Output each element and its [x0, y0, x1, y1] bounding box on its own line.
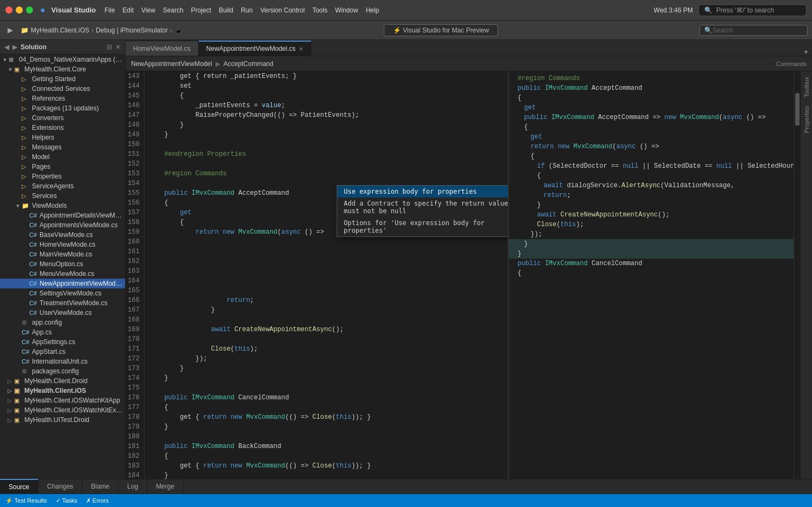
sidebar-nav-forward[interactable]: ▶ — [12, 43, 17, 51]
tree-node-pkgconfig[interactable]: ⚙ packages.config — [0, 366, 125, 376]
table-row: public IMvxCommand CancelCommand — [509, 259, 800, 268]
tree-node-pages[interactable]: ▷ Pages — [0, 162, 125, 172]
tree-node-appconfig[interactable]: ⚙ app.config — [0, 318, 125, 327]
bottom-tab-changes[interactable]: Changes — [38, 479, 82, 494]
tree-node-core[interactable]: ▼ ▣ MyHealth.Client.Core — [0, 64, 125, 74]
config-name[interactable]: Debug | iPhoneSimulator — [96, 27, 168, 34]
global-search[interactable]: 🔍 Press '⌘/' to search — [698, 4, 807, 16]
tree-node-viewmodels[interactable]: ▼ 📁 ViewModels — [0, 201, 125, 210]
menu-file[interactable]: File — [104, 6, 115, 14]
tree-node-file-7[interactable]: C# MenuViewMode.cs — [0, 269, 125, 279]
tree-node-droid[interactable]: ▷ ▣ MyHealth.Client.Droid — [0, 376, 125, 386]
autocomplete-item-1[interactable]: Use expression body for properties — [337, 186, 508, 197]
scrollbar-thumb[interactable] — [795, 93, 800, 126]
tree-node-getting-started[interactable]: ▷ Getting Started — [0, 74, 125, 84]
status-item-2[interactable]: ✓ Tasks — [56, 497, 77, 504]
tree-node-ios[interactable]: ▷ ▣ MyHealth.Client.iOS — [0, 386, 125, 396]
close-button[interactable] — [5, 6, 12, 14]
table-row: 174 } — [126, 373, 508, 383]
tree-node-file-2[interactable]: C# AppointmentsViewMode.cs — [0, 220, 125, 230]
left-editor-scroll[interactable]: 143 get { return _patientEvents; } 144 s… — [126, 71, 508, 479]
menu-help[interactable]: Help — [366, 6, 379, 14]
tree-node-uitest[interactable]: ▷ ▣ MyHealth.UITest.Droid — [0, 415, 125, 425]
table-row: 177 { — [126, 403, 508, 412]
autocomplete-item-2[interactable]: Add a Contract to specify the return val… — [337, 197, 508, 217]
right-panel-scroll[interactable]: #region Commands public IMvxCommand Acce… — [509, 71, 800, 479]
menu-tools[interactable]: Tools — [312, 6, 328, 14]
sidebar-layout-icon[interactable]: ⊟ — [107, 43, 112, 51]
toolbox-tab[interactable]: Toolbox — [802, 74, 811, 101]
tree-node-appstart[interactable]: C# AppStart.cs — [0, 347, 125, 357]
tree-node-file-8[interactable]: C# SettingsViewMode.cs — [0, 288, 125, 298]
tree-node-extensions[interactable]: ▷ Extensions — [0, 123, 125, 133]
tabs-overflow[interactable]: ▾ — [800, 48, 812, 56]
bottom-tab-source[interactable]: Source — [0, 479, 38, 494]
sidebar-close-button[interactable]: ✕ — [115, 43, 121, 51]
tree-node-services[interactable]: ▷ Services — [0, 191, 125, 201]
tree-node-properties[interactable]: ▷ Properties — [0, 172, 125, 181]
tree-node-connected-services[interactable]: ▷ Connected Services — [0, 84, 125, 94]
expand-icon: ▷ — [8, 417, 14, 423]
tree-node-watchkitext[interactable]: ▷ ▣ MyHealth.Client.iOSWatchKitExtension — [0, 405, 125, 415]
project-name[interactable]: MyHealth.Client.iOS — [31, 27, 89, 34]
menu-edit[interactable]: Edit — [122, 6, 134, 14]
folder-icon: ▷ — [22, 115, 30, 122]
cs-icon: C# — [29, 300, 38, 306]
table-row: 144 set — [126, 81, 508, 91]
tree-node-solution[interactable]: ▼ ⊞ 04_Demos_NativeXamarinApps (master) — [0, 55, 125, 64]
menu-run[interactable]: Run — [241, 6, 253, 14]
tab-close-icon[interactable]: ✕ — [299, 46, 303, 52]
tree-node-appsettings[interactable]: C# AppSettings.cs — [0, 337, 125, 347]
status-item-1[interactable]: ⚡ Test Results — [5, 497, 47, 504]
tree-node-packages[interactable]: ▷ Packages (13 updates) — [0, 103, 125, 113]
tree-node-file-1[interactable]: C# AppointmentDetailsViewMode.cs — [0, 210, 125, 220]
maximize-button[interactable] — [26, 6, 33, 14]
bottom-tab-merge[interactable]: Merge — [147, 479, 184, 494]
folder-icon: ▷ — [22, 95, 30, 102]
run-button[interactable]: ▶ — [4, 24, 16, 36]
menu-window[interactable]: Window — [335, 6, 358, 14]
tree-node-file-4[interactable]: C# HomeViewMode.cs — [0, 240, 125, 249]
tree-node-file-3[interactable]: C# BaseViewMode.cs — [0, 230, 125, 240]
tree-node-watchkit[interactable]: ▷ ▣ MyHealth.Client.iOSWatchKitApp — [0, 396, 125, 405]
breadcrumb-class[interactable]: NewAppointmentViewModel — [131, 60, 212, 68]
tree-node-file-9[interactable]: C# TreatmentViewMode.cs — [0, 298, 125, 308]
tab-newappointment[interactable]: NewAppointmentViewModel.cs ✕ — [199, 41, 311, 56]
properties-tab[interactable]: Properties — [802, 103, 811, 136]
table-row: 178 get { return new MvxCommand(() => Cl… — [126, 412, 508, 422]
tree-node-file-6[interactable]: C# MenuOption.cs — [0, 259, 125, 269]
minimize-button[interactable] — [16, 6, 23, 14]
table-row: Close(this); — [509, 220, 800, 229]
tree-node-appcs[interactable]: C# App.cs — [0, 327, 125, 337]
menu-search[interactable]: Search — [163, 6, 184, 14]
status-item-3[interactable]: ✗ Errors — [86, 497, 109, 504]
tree-node-file-10[interactable]: C# UserViewMode.cs — [0, 308, 125, 318]
tree-node-helpers[interactable]: ▷ Helpers — [0, 133, 125, 142]
bottom-tab-blame[interactable]: Blame — [82, 479, 119, 494]
toolbar-search[interactable]: 🔍 Search — [699, 25, 808, 36]
breadcrumb-member[interactable]: AcceptCommand — [224, 60, 273, 68]
right-scrollbar[interactable] — [794, 71, 800, 479]
menu-versioncontrol[interactable]: Version Control — [260, 6, 305, 14]
expand-icon: ▷ — [8, 407, 14, 413]
tree-node-messages[interactable]: ▷ Messages — [0, 142, 125, 152]
tab-newappointment-label: NewAppointmentViewModel.cs — [206, 45, 296, 52]
right-code-table: #region Commands public IMvxCommand Acce… — [509, 74, 800, 278]
autocomplete-item-3[interactable]: Options for 'Use expression body for pro… — [337, 217, 508, 236]
tree-node-references[interactable]: ▷ References — [0, 94, 125, 103]
packages-label: Packages (13 updates) — [32, 104, 99, 112]
tree-node-serviceagents[interactable]: ▷ ServiceAgents — [0, 181, 125, 191]
table-row: 148 } — [126, 120, 508, 130]
appconfig-label: app.config — [32, 319, 62, 326]
menu-build[interactable]: Build — [219, 6, 233, 14]
tree-node-model[interactable]: ▷ Model — [0, 152, 125, 162]
bottom-tab-log[interactable]: Log — [119, 479, 147, 494]
menu-view[interactable]: View — [141, 6, 155, 14]
sidebar-nav-back[interactable]: ◀ — [4, 43, 9, 51]
tree-node-file-5[interactable]: C# MainViewMode.cs — [0, 249, 125, 259]
tree-node-intunit[interactable]: C# InternationalUnit.cs — [0, 357, 125, 366]
tree-node-converters[interactable]: ▷ Converters — [0, 113, 125, 123]
menu-project[interactable]: Project — [191, 6, 211, 14]
tab-home[interactable]: HomeViewModel.cs — [126, 41, 199, 56]
tree-node-file-active[interactable]: C# NewAppointmentViewMode.cs — [0, 279, 125, 288]
